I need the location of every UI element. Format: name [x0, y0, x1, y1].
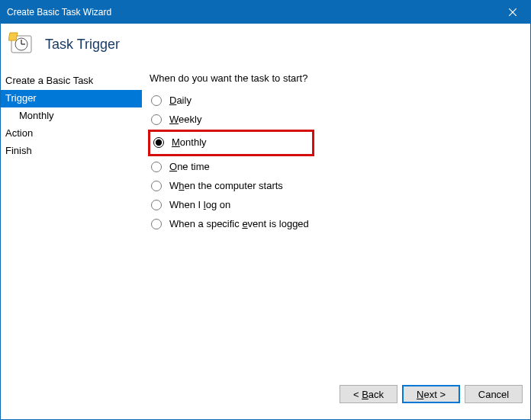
close-button[interactable]	[495, 1, 530, 24]
trigger-radio-5[interactable]	[151, 200, 162, 210]
trigger-option-label: Monthly	[172, 136, 207, 148]
trigger-option-label: When I log on	[169, 199, 230, 210]
wizard-footer: < Back Next > Cancel	[1, 382, 530, 412]
trigger-radio-1[interactable]	[151, 114, 162, 125]
close-icon	[509, 8, 517, 16]
trigger-option-5[interactable]: When I log on	[150, 196, 515, 213]
cancel-button[interactable]: Cancel	[465, 385, 523, 403]
sidebar-step-create-a-basic-task[interactable]: Create a Basic Task	[1, 72, 142, 90]
page-title: Task Trigger	[45, 37, 120, 53]
trigger-radio-0[interactable]	[151, 95, 162, 106]
trigger-option-3[interactable]: One time	[150, 158, 515, 175]
titlebar: Create Basic Task Wizard	[1, 1, 530, 24]
trigger-option-6[interactable]: When a specific event is logged	[150, 215, 515, 232]
back-button[interactable]: < Back	[340, 385, 397, 403]
trigger-radio-4[interactable]	[151, 181, 162, 191]
wizard-body: Create a Basic TaskTriggerMonthlyActionF…	[1, 69, 530, 382]
trigger-option-label: When a specific event is logged	[169, 218, 309, 229]
trigger-radio-3[interactable]	[151, 162, 162, 172]
trigger-option-label: When the computer starts	[169, 180, 283, 191]
window-title: Create Basic Task Wizard	[7, 7, 111, 18]
trigger-question: When do you want the task to start?	[150, 72, 515, 84]
next-button[interactable]: Next >	[402, 385, 460, 403]
trigger-options: DailyWeeklyMonthlyOne timeWhen the compu…	[150, 91, 515, 232]
trigger-option-4[interactable]: When the computer starts	[150, 177, 515, 194]
trigger-option-label: Weekly	[169, 114, 201, 125]
wizard-content: When do you want the task to start? Dail…	[142, 69, 530, 382]
trigger-option-2[interactable]: Monthly	[152, 133, 311, 151]
trigger-radio-2[interactable]	[153, 137, 164, 148]
wizard-steps-sidebar: Create a Basic TaskTriggerMonthlyActionF…	[1, 69, 142, 382]
trigger-option-0[interactable]: Daily	[150, 91, 515, 109]
sidebar-step-trigger[interactable]: Trigger	[1, 90, 142, 107]
trigger-radio-6[interactable]	[151, 219, 162, 229]
sidebar-step-action[interactable]: Action	[1, 125, 142, 143]
wizard-header: Task Trigger	[1, 24, 530, 69]
trigger-option-label: One time	[169, 161, 210, 172]
sidebar-step-finish[interactable]: Finish	[1, 143, 142, 160]
svg-marker-6	[8, 33, 18, 40]
sidebar-step-monthly[interactable]: Monthly	[1, 107, 142, 125]
trigger-option-1[interactable]: Weekly	[150, 111, 515, 128]
task-scheduler-icon	[8, 31, 34, 57]
trigger-option-label: Daily	[169, 95, 191, 106]
